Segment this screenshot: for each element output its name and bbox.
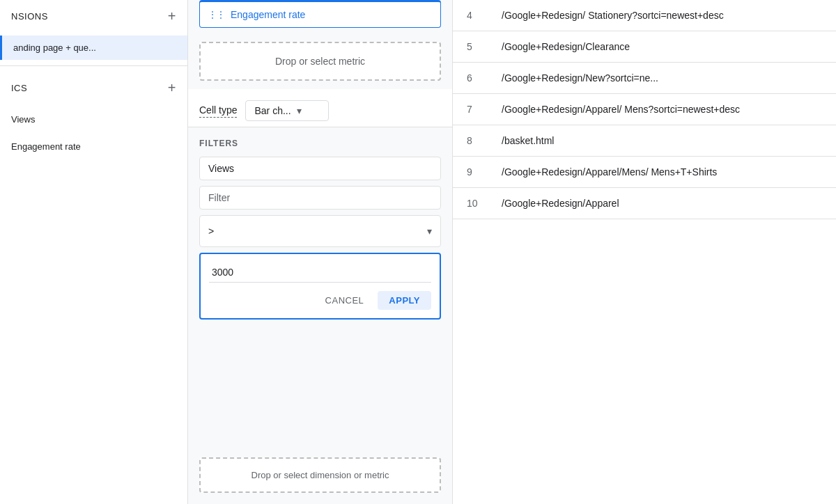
row-number: 5 — [453, 31, 488, 63]
drop-bottom-area[interactable]: Drop or select dimension or metric — [199, 457, 441, 493]
row-number: 6 — [453, 63, 488, 94]
row-url: /Google+Redesign/Apparel — [488, 188, 836, 219]
filter-operator-row[interactable]: > ▾ — [199, 215, 441, 247]
dimensions-label: NSIONS — [11, 11, 48, 22]
filter-dimension-label: Views — [208, 163, 234, 174]
table-row: 6/Google+Redesign/New?sortci=ne... — [453, 63, 836, 94]
dimensions-header: NSIONS + — [0, 0, 187, 33]
row-url: /Google+Redesign/ Stationery?sortci=newe… — [488, 0, 836, 31]
row-url: /basket.html — [488, 125, 836, 157]
filter-operator-chevron: ▾ — [427, 226, 432, 237]
sidebar-divider — [0, 65, 187, 66]
row-url: /Google+Redesign/Apparel/ Mens?sortci=ne… — [488, 94, 836, 125]
filter-views-chip[interactable]: Views — [199, 157, 441, 180]
table-row: 9/Google+Redesign/Apparel/Mens/ Mens+T+S… — [453, 157, 836, 188]
drop-bottom-text: Drop or select dimension or metric — [251, 470, 389, 480]
table-row: 7/Google+Redesign/Apparel/ Mens?sortci=n… — [453, 94, 836, 125]
cell-type-value: Bar ch... — [254, 105, 291, 116]
dimensions-add-icon[interactable]: + — [168, 8, 176, 24]
filter-value-input[interactable] — [209, 262, 431, 283]
chip-grid-icon: ⋮⋮ — [208, 10, 225, 19]
cell-type-select[interactable]: Bar ch... ▾ — [245, 100, 329, 121]
metrics-header: ICS + — [0, 72, 187, 104]
filter-label-chip: Filter — [199, 186, 441, 210]
row-number: 8 — [453, 125, 488, 157]
filter-label-text: Filter — [208, 192, 230, 203]
right-panel: 4/Google+Redesign/ Stationery?sortci=new… — [453, 0, 836, 504]
filters-section: FILTERS Views Filter > ▾ CANCEL APPLY — [188, 127, 452, 452]
sidebar-item-views[interactable]: Views — [0, 107, 187, 132]
chevron-down-icon: ▾ — [297, 105, 302, 116]
center-panel: ⋮⋮ Engagement rate Drop or select metric… — [188, 0, 453, 504]
row-number: 7 — [453, 94, 488, 125]
row-url: /Google+Redesign/Apparel/Mens/ Mens+T+Sh… — [488, 157, 836, 188]
cancel-button[interactable]: CANCEL — [317, 291, 373, 310]
metric-drop-text: Drop or select metric — [275, 56, 365, 67]
row-number: 10 — [453, 188, 488, 219]
left-sidebar: NSIONS + anding page + que... ICS + View… — [0, 0, 188, 504]
row-number: 4 — [453, 0, 488, 31]
row-number: 9 — [453, 157, 488, 188]
metrics-label: ICS — [11, 83, 27, 93]
sidebar-item-landing-page[interactable]: anding page + que... — [0, 36, 187, 60]
data-table: 4/Google+Redesign/ Stationery?sortci=new… — [453, 0, 836, 219]
sidebar-item-engagement-rate[interactable]: Engagement rate — [0, 134, 187, 159]
cell-type-row: Cell type Bar ch... ▾ — [188, 89, 452, 127]
row-url: /Google+Redesign/Clearance — [488, 31, 836, 63]
metric-drop-area[interactable]: Drop or select metric — [199, 42, 441, 81]
row-url: /Google+Redesign/New?sortci=ne... — [488, 63, 836, 94]
cell-type-label[interactable]: Cell type — [199, 104, 237, 118]
filters-title: FILTERS — [199, 139, 441, 148]
table-row: 8/basket.html — [453, 125, 836, 157]
table-row: 4/Google+Redesign/ Stationery?sortci=new… — [453, 0, 836, 31]
filter-operator-value: > — [208, 226, 214, 237]
engagement-rate-chip[interactable]: ⋮⋮ Engagement rate — [199, 0, 441, 28]
table-row: 10/Google+Redesign/Apparel — [453, 188, 836, 219]
chip-label: Engagement rate — [231, 9, 305, 20]
table-row: 5/Google+Redesign/Clearance — [453, 31, 836, 63]
apply-button[interactable]: APPLY — [378, 291, 431, 310]
metrics-add-icon[interactable]: + — [168, 80, 176, 96]
filter-actions: CANCEL APPLY — [209, 291, 431, 310]
filter-input-area: CANCEL APPLY — [199, 253, 441, 320]
